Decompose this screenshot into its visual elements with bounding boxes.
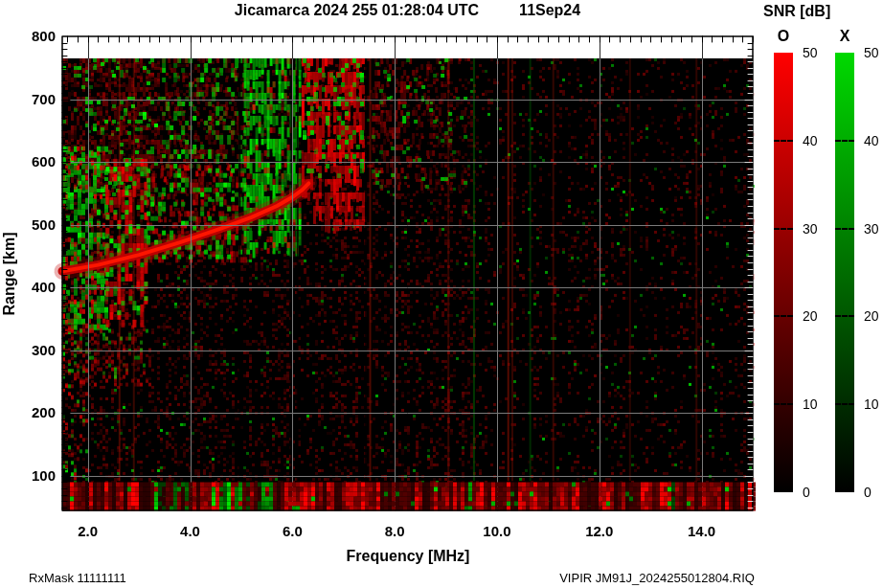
x-tick-label: 2.0 xyxy=(67,523,109,539)
colorbar-title: SNR [dB] xyxy=(763,3,830,20)
colorbar-o xyxy=(774,53,793,492)
colorbar-x xyxy=(835,53,854,492)
y-tick-label: 800 xyxy=(13,28,56,45)
colorbar-tick-label: 10 xyxy=(864,396,883,412)
ionogram-plot xyxy=(0,0,883,588)
title-date: 11Sep24 xyxy=(519,2,580,18)
colorbar-dash-tick xyxy=(835,140,854,142)
x-tick-label: 4.0 xyxy=(170,523,212,539)
colorbar-tick-label: 50 xyxy=(803,45,835,60)
y-axis-label: Range [km] xyxy=(1,221,20,327)
colorbar-tick-label: 30 xyxy=(864,221,883,237)
colorbar-tick-label: 0 xyxy=(803,485,835,500)
x-tick-label: 14.0 xyxy=(681,523,723,539)
x-tick-label: 6.0 xyxy=(271,523,313,539)
y-tick-label: 300 xyxy=(13,342,56,359)
colorbar-dash-tick xyxy=(835,403,854,405)
colorbar-tick-label: 30 xyxy=(803,221,835,237)
x-axis-label: Frequency [MHz] xyxy=(302,548,514,565)
page-title: Jicamarca 2024 255 01:28:04 UTC11Sep24 xyxy=(62,2,753,19)
title-main: Jicamarca 2024 255 01:28:04 UTC xyxy=(235,2,479,18)
y-tick-label: 200 xyxy=(13,404,56,421)
colorbar-tick-label: 40 xyxy=(864,133,883,148)
x-tick-label: 12.0 xyxy=(578,523,621,539)
y-tick-label: 400 xyxy=(13,279,56,296)
colorbar-dash-tick xyxy=(774,140,793,142)
colorbar-dash-tick xyxy=(774,403,793,405)
x-tick-label: 10.0 xyxy=(476,523,518,539)
y-tick-label: 500 xyxy=(13,216,56,234)
rxmask-text: RxMask 11111111 xyxy=(29,571,126,585)
data-file-text: VIPIR JM91J_2024255012804.RIQ xyxy=(460,571,755,585)
colorbar-dash-tick xyxy=(774,228,793,230)
ionogram-figure: Jicamarca 2024 255 01:28:04 UTC11Sep24 R… xyxy=(0,0,883,588)
x-tick-label: 8.0 xyxy=(374,523,416,539)
colorbar-tick-label: 0 xyxy=(864,485,883,500)
colorbar-o-label: O xyxy=(772,28,795,45)
y-tick-label: 100 xyxy=(13,467,56,485)
colorbar-x-label: X xyxy=(833,28,856,45)
colorbar-tick-label: 20 xyxy=(803,308,835,324)
y-tick-label: 600 xyxy=(13,153,56,170)
colorbar-tick-label: 50 xyxy=(864,45,883,60)
colorbar-dash-tick xyxy=(835,228,854,230)
colorbar-tick-label: 10 xyxy=(803,396,835,412)
colorbar-tick-label: 20 xyxy=(864,308,883,324)
colorbar-dash-tick xyxy=(774,315,793,317)
colorbar-dash-tick xyxy=(835,315,854,317)
y-tick-label: 700 xyxy=(13,91,56,108)
colorbar-tick-label: 40 xyxy=(803,133,835,148)
